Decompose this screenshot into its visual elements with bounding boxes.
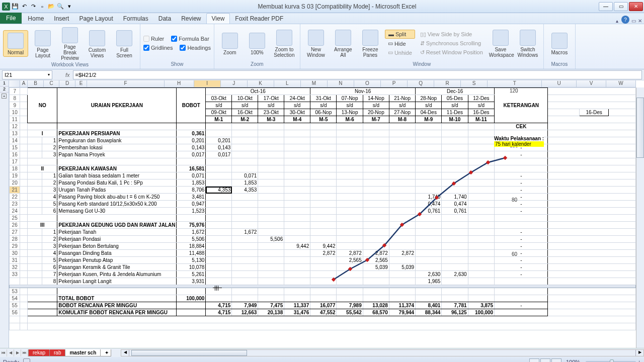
- zoom-out-button[interactable]: −: [580, 359, 583, 362]
- sheet-tab-master-sch[interactable]: master sch: [65, 349, 101, 356]
- arrange-all-button[interactable]: Arrange All: [331, 28, 356, 59]
- normal-view-button[interactable]: Normal: [3, 30, 28, 57]
- col-L[interactable]: L: [274, 80, 301, 87]
- page-break-button[interactable]: Page Break Preview: [57, 25, 83, 62]
- worksheet-cells[interactable]: 7NOURAIAN PEKERJAANBOBOTOct-16Nov-16Dec-…: [9, 87, 636, 330]
- formula-input[interactable]: =$H21/2: [73, 70, 642, 79]
- new-icon[interactable]: ▫: [38, 3, 46, 11]
- col-H[interactable]: H: [165, 80, 194, 87]
- col-A[interactable]: A: [20, 80, 28, 87]
- col-V[interactable]: V: [577, 80, 606, 87]
- close-button[interactable]: ✕: [629, 2, 643, 11]
- gridlines-checkbox[interactable]: Gridlines: [143, 45, 173, 51]
- freeze-panes-button[interactable]: Freeze Panes: [358, 28, 383, 59]
- col-S[interactable]: S: [461, 80, 488, 87]
- col-I[interactable]: I: [194, 80, 221, 87]
- col-C[interactable]: C: [44, 80, 59, 87]
- sheet-nav-first[interactable]: ⏮: [0, 349, 7, 356]
- custom-views-button[interactable]: Custom Views: [85, 28, 110, 59]
- formula-bar-checkbox[interactable]: Formula Bar: [171, 36, 209, 42]
- ruler-checkbox[interactable]: Ruler: [143, 36, 164, 42]
- col-Q[interactable]: Q: [408, 80, 434, 87]
- column-headers[interactable]: A B C D E F H I J K L M N O P Q R S T U …: [9, 80, 636, 87]
- tab-insert[interactable]: Insert: [49, 14, 74, 24]
- col-U[interactable]: U: [542, 80, 577, 87]
- doc-close-icon[interactable]: ✕: [638, 18, 642, 24]
- col-B[interactable]: B: [28, 80, 43, 87]
- zoom-button[interactable]: Zoom: [217, 31, 243, 56]
- fx-icon[interactable]: fx: [62, 72, 73, 78]
- macro-record-icon[interactable]: [23, 358, 30, 362]
- col-F[interactable]: F: [87, 80, 164, 87]
- col-D[interactable]: D: [59, 80, 75, 87]
- group-zoom: Zoom 100% Zoom to Selection Zoom: [214, 24, 300, 69]
- sheet-tab-rekap[interactable]: rekap: [28, 349, 50, 356]
- full-screen-button[interactable]: Full Screen: [112, 28, 137, 59]
- col-E[interactable]: E: [75, 80, 88, 87]
- col-W[interactable]: W: [606, 80, 636, 87]
- sheet-nav-prev[interactable]: ◀: [7, 349, 14, 356]
- hscroll-thumb[interactable]: [131, 350, 247, 356]
- headings-checkbox[interactable]: Headings: [180, 45, 210, 51]
- switch-windows-button[interactable]: Switch Windows: [515, 28, 540, 59]
- outline-bar[interactable]: 12 +: [0, 80, 9, 348]
- hscroll-right[interactable]: ▶: [635, 350, 643, 356]
- col-O[interactable]: O: [354, 80, 381, 87]
- tab-data[interactable]: Data: [153, 14, 176, 24]
- horizontal-scrollbar[interactable]: ◀ ▶: [121, 349, 644, 356]
- col-K[interactable]: K: [248, 80, 274, 87]
- tab-page-layout[interactable]: Page Layout: [74, 14, 118, 24]
- redo-icon[interactable]: ↷: [29, 3, 37, 11]
- open-icon[interactable]: 📂: [47, 3, 55, 11]
- help-icon[interactable]: ?: [621, 16, 629, 24]
- custom-views-icon: [89, 30, 105, 46]
- qat-dropdown-icon[interactable]: ▾: [65, 3, 73, 11]
- hide-button[interactable]: ▭Hide: [385, 39, 415, 48]
- page-layout-button[interactable]: Page Layout: [30, 28, 55, 59]
- select-all[interactable]: [9, 80, 20, 87]
- tab-review[interactable]: Review: [176, 14, 206, 24]
- outline-collapse-icon[interactable]: +: [2, 94, 7, 99]
- save-icon[interactable]: 💾: [11, 3, 19, 11]
- col-P[interactable]: P: [381, 80, 408, 87]
- group-label: Workbook Views: [3, 62, 137, 68]
- col-J[interactable]: J: [221, 80, 248, 87]
- save-workspace-button[interactable]: Save Workspace: [488, 28, 513, 59]
- zoom-level[interactable]: 100%: [566, 359, 580, 362]
- ribbon-minimize-icon[interactable]: ▴: [616, 18, 618, 24]
- col-N[interactable]: N: [328, 80, 354, 87]
- new-sheet-button[interactable]: ✦: [100, 349, 111, 356]
- vertical-scrollbar[interactable]: [636, 87, 644, 348]
- tab-home[interactable]: Home: [23, 14, 49, 24]
- zoom-in-button[interactable]: +: [638, 359, 641, 362]
- dropdown-icon[interactable]: ▾: [48, 72, 50, 77]
- name-box[interactable]: I21▾: [2, 70, 52, 79]
- sheet-nav-last[interactable]: ⏭: [21, 349, 28, 356]
- tab-view[interactable]: View: [206, 13, 230, 24]
- split-button[interactable]: ▬Split: [385, 30, 415, 39]
- tab-file[interactable]: File: [0, 13, 22, 24]
- hscroll-left[interactable]: ◀: [121, 350, 129, 356]
- tab-formulas[interactable]: Formulas: [118, 14, 153, 24]
- new-window-button[interactable]: New Window: [303, 28, 329, 59]
- col-R[interactable]: R: [434, 80, 461, 87]
- tab-foxit[interactable]: Foxit Reader PDF: [230, 14, 288, 24]
- quick-access-toolbar: X 💾 ↶ ↷ ▫ 📂 🔍 ▾: [0, 3, 75, 11]
- doc-restore-icon[interactable]: ▭: [631, 18, 636, 24]
- col-M[interactable]: M: [301, 80, 328, 87]
- sheet-tab-rab[interactable]: rab: [49, 349, 65, 356]
- macros-button[interactable]: Macros: [547, 31, 572, 56]
- scroll-thumb[interactable]: [636, 98, 644, 158]
- page-layout-status[interactable]: [540, 358, 550, 362]
- page-break-status[interactable]: [551, 358, 561, 362]
- split-handle[interactable]: [213, 286, 222, 291]
- zoom-100-button[interactable]: 100%: [245, 31, 270, 56]
- undo-icon[interactable]: ↶: [20, 3, 28, 11]
- zoom-selection-button[interactable]: Zoom to Selection: [272, 28, 297, 59]
- sheet-nav-next[interactable]: ▶: [14, 349, 21, 356]
- normal-view-status[interactable]: [529, 358, 539, 362]
- col-T[interactable]: T: [488, 80, 542, 87]
- minimize-button[interactable]: —: [599, 2, 613, 11]
- maximize-button[interactable]: ▭: [614, 2, 628, 11]
- print-preview-icon[interactable]: 🔍: [56, 3, 64, 11]
